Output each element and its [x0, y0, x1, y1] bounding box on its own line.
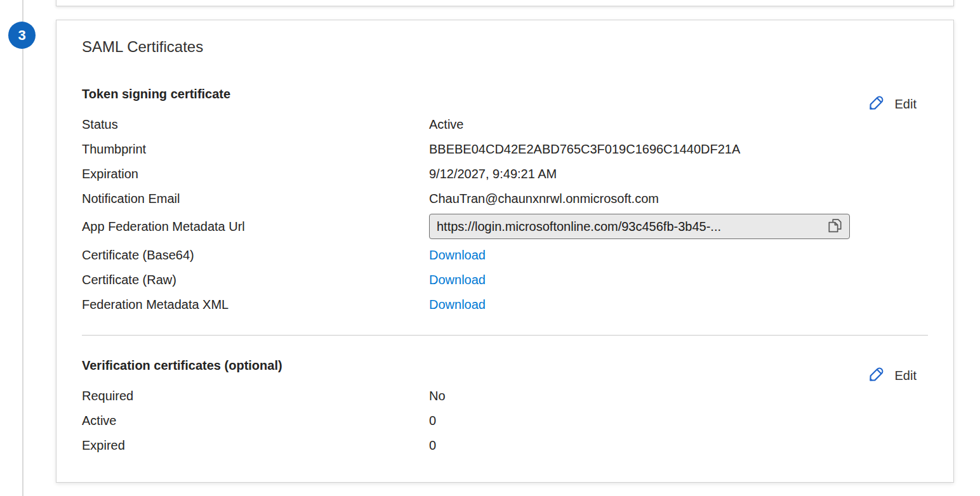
status-row: Status Active	[82, 112, 928, 137]
required-row: Required No	[82, 384, 928, 408]
pencil-icon	[866, 93, 886, 115]
federation-metadata-xml-row: Federation Metadata XML Download	[82, 292, 928, 317]
row-value: 0	[429, 414, 436, 428]
metadata-url-field[interactable]: https://login.microsoftonline.com/93c456…	[429, 214, 850, 239]
row-value: ChauTran@chaunxnrwl.onmicrosoft.com	[429, 192, 659, 206]
row-label: Expiration	[82, 167, 429, 181]
download-base64-link[interactable]: Download	[429, 248, 486, 263]
notification-email-row: Notification Email ChauTran@chaunxnrwl.o…	[82, 186, 928, 211]
saml-certificates-card: SAML Certificates Token signing certific…	[56, 20, 954, 483]
edit-button-label: Edit	[895, 97, 917, 112]
metadata-url-value: https://login.microsoftonline.com/93c456…	[437, 219, 823, 234]
certificate-base64-row: Certificate (Base64) Download	[82, 243, 928, 268]
section-divider	[82, 335, 928, 336]
step-number: 3	[18, 27, 25, 44]
row-value: 9/12/2027, 9:49:21 AM	[429, 167, 557, 181]
edit-button-label: Edit	[895, 369, 917, 383]
row-value: Active	[429, 117, 463, 132]
card-title: SAML Certificates	[82, 37, 928, 56]
copy-url-button[interactable]	[826, 217, 844, 236]
row-label: Certificate (Raw)	[82, 273, 429, 287]
download-rows: Certificate (Base64) Download Certificat…	[82, 243, 928, 317]
row-label: Expired	[82, 438, 429, 453]
expired-count-row: Expired 0	[82, 433, 928, 458]
row-label: Status	[82, 117, 429, 132]
row-label: Notification Email	[82, 192, 429, 206]
token-signing-edit-button[interactable]: Edit	[866, 93, 917, 115]
stepper-connector-line	[22, 0, 23, 496]
page: 3 SAML Certificates Token signing certif…	[0, 0, 980, 496]
copy-icon	[826, 217, 844, 236]
token-signing-heading: Token signing certificate	[82, 86, 928, 102]
row-label: Active	[82, 414, 429, 428]
row-label: Required	[82, 389, 429, 403]
active-count-row: Active 0	[82, 408, 928, 433]
row-label: Certificate (Base64)	[82, 248, 429, 263]
expiration-row: Expiration 9/12/2027, 9:49:21 AM	[82, 162, 928, 186]
row-value: No	[429, 389, 446, 403]
app-federation-metadata-url-row: App Federation Metadata Url https://logi…	[82, 211, 928, 242]
certificate-raw-row: Certificate (Raw) Download	[82, 268, 928, 292]
verification-heading: Verification certificates (optional)	[82, 357, 928, 374]
row-value: BBEBE04CD42E2ABD765C3F019C1696C1440DF21A	[429, 142, 740, 157]
row-value: 0	[429, 438, 436, 453]
step-number-badge: 3	[8, 22, 36, 49]
verification-rows: Required No Active 0 Expired 0	[82, 384, 928, 458]
token-signing-section-header: Token signing certificate Edit	[82, 86, 928, 102]
pencil-icon	[866, 365, 886, 386]
row-label: Federation Metadata XML	[82, 297, 429, 312]
row-label: App Federation Metadata Url	[82, 219, 429, 234]
verification-edit-button[interactable]: Edit	[866, 365, 917, 386]
download-metadata-xml-link[interactable]: Download	[429, 297, 486, 312]
token-signing-rows: Status Active Thumbprint BBEBE04CD42E2AB…	[82, 112, 928, 317]
previous-card-edge	[56, 0, 954, 6]
row-label: Thumbprint	[82, 142, 429, 157]
thumbprint-row: Thumbprint BBEBE04CD42E2ABD765C3F019C169…	[82, 137, 928, 162]
download-raw-link[interactable]: Download	[429, 273, 486, 287]
verification-section-header: Verification certificates (optional) Edi…	[82, 357, 928, 374]
